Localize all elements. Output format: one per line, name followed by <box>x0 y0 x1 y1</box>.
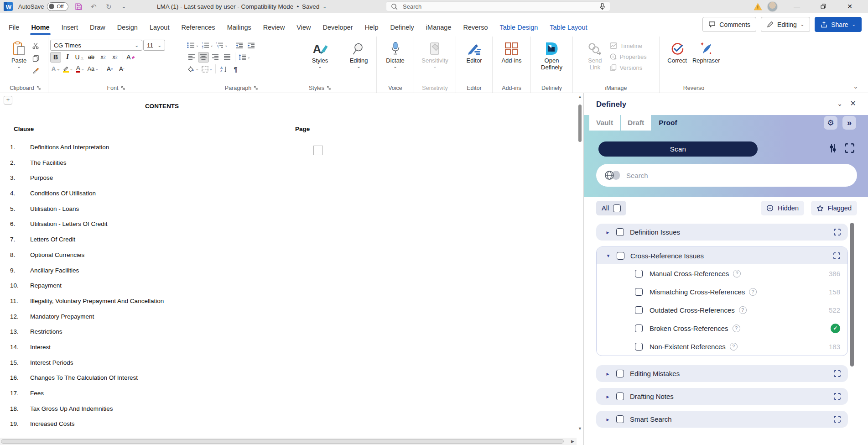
panel-section-header-drafting-notes[interactable]: ▸Drafting Notes <box>596 388 848 405</box>
panel-scroll-thumb[interactable] <box>850 223 854 366</box>
ribbon-tab-mailings[interactable]: Mailings <box>221 19 257 36</box>
strikethrough-button[interactable]: ab <box>86 52 97 63</box>
shading-button[interactable]: ⌄ <box>186 64 200 74</box>
numbering-button[interactable]: 123⌄ <box>201 40 214 51</box>
scroll-down-arrow-icon[interactable]: ▼ <box>577 426 583 431</box>
dictate-button[interactable]: Dictate ⌄ <box>383 38 407 69</box>
section-checkbox[interactable] <box>616 370 624 377</box>
open-definely-button[interactable]: OpenDefinely <box>538 38 565 71</box>
ribbon-tab-table-layout[interactable]: Table Layout <box>544 19 593 36</box>
search-box[interactable] <box>386 1 610 11</box>
warning-icon[interactable] <box>754 3 762 10</box>
ribbon-tab-review[interactable]: Review <box>257 19 291 36</box>
ribbon-tab-design[interactable]: Design <box>111 19 144 36</box>
text-effects-button[interactable]: A⌄ <box>50 64 61 74</box>
panel-subsection-row[interactable]: Mismatching Cross-References?158 <box>597 283 847 301</box>
copy-button[interactable] <box>30 53 41 63</box>
highlight-color-button[interactable]: ⌄ <box>62 64 74 74</box>
panel-section-header-editing-mistakes[interactable]: ▸Editing Mistakes <box>596 365 848 382</box>
scroll-up-arrow-icon[interactable]: ▲ <box>577 94 583 99</box>
expand-section-icon[interactable] <box>834 393 841 400</box>
subsection-checkbox[interactable] <box>635 270 643 277</box>
scroll-right-arrow-icon[interactable]: ▶ <box>571 439 574 444</box>
document-horizontal-scrollbar[interactable]: ▶ <box>0 438 577 445</box>
help-icon[interactable]: ? <box>749 288 757 296</box>
panel-close-icon[interactable]: ✕ <box>850 99 856 108</box>
paste-button[interactable]: Paste ⌄ <box>9 38 29 69</box>
disclosure-right-triangle-icon[interactable]: ▸ <box>605 416 610 423</box>
help-icon[interactable]: ? <box>733 325 740 332</box>
panel-subsection-row[interactable]: Manual Cross-References?386 <box>597 264 847 283</box>
styles-button[interactable]: A Styles ⌄ <box>309 38 331 69</box>
correct-button[interactable]: Correct <box>665 38 690 64</box>
help-icon[interactable]: ? <box>739 306 747 314</box>
disclosure-right-triangle-icon[interactable]: ▸ <box>605 393 610 400</box>
ribbon-tab-draw[interactable]: Draw <box>84 19 111 36</box>
increase-indent-button[interactable] <box>245 40 256 51</box>
expand-section-icon[interactable] <box>834 416 841 423</box>
panel-subsection-row[interactable]: Non-Existent References?183 <box>597 337 847 356</box>
cut-button[interactable] <box>30 41 41 51</box>
font-name-combo[interactable]: CG Times⌄ <box>50 40 142 51</box>
scan-button[interactable]: Scan <box>598 141 758 157</box>
share-button[interactable]: Share ⌄ <box>815 17 862 32</box>
italic-button[interactable]: I <box>62 52 73 63</box>
filter-hidden-chip[interactable]: Hidden <box>761 201 804 215</box>
panel-section-header-cross-reference-issues[interactable]: ▾Cross-Reference Issues <box>597 247 847 264</box>
ribbon-tab-view[interactable]: View <box>291 19 317 36</box>
dialog-launcher-icon[interactable] <box>327 86 331 90</box>
redo-button[interactable]: ↻ <box>104 1 114 11</box>
filter-sliders-icon[interactable] <box>828 143 837 153</box>
superscript-button[interactable]: x2 <box>109 52 120 63</box>
expand-section-icon[interactable] <box>833 252 840 259</box>
panel-tab-proof[interactable]: Proof <box>652 115 684 131</box>
filter-all-chip[interactable]: All <box>596 201 626 215</box>
section-checkbox[interactable] <box>616 415 624 423</box>
document-vertical-scrollbar[interactable]: ▲ ▼ <box>577 93 583 438</box>
disclosure-right-triangle-icon[interactable]: ▸ <box>605 371 610 377</box>
minimize-button[interactable]: ― <box>784 0 810 13</box>
rephraser-button[interactable]: Rephraser <box>690 38 723 64</box>
borders-button[interactable]: ⌄ <box>201 64 213 74</box>
document-title[interactable]: LMA (1) - Last saved by user - Compatibi… <box>157 0 327 13</box>
section-checkbox[interactable] <box>616 228 624 236</box>
autosave-control[interactable]: AutoSave Off <box>18 2 68 11</box>
ribbon-tab-reverso[interactable]: Reverso <box>457 19 494 36</box>
expand-section-icon[interactable] <box>834 370 841 377</box>
multilevel-list-button[interactable]: 1ai⌄ <box>215 40 229 51</box>
ribbon-tab-developer[interactable]: Developer <box>317 19 359 36</box>
subscript-button[interactable]: x2 <box>98 52 109 63</box>
shrink-font-button[interactable]: Aˇ <box>116 64 127 74</box>
vertical-scroll-thumb[interactable] <box>578 105 582 142</box>
expand-section-icon[interactable] <box>834 229 841 236</box>
panel-section-header-smart-search[interactable]: ▸Smart Search <box>596 411 848 428</box>
addins-button[interactable]: Add-ins ⌄ <box>499 38 524 69</box>
close-button[interactable]: ✕ <box>837 0 863 13</box>
change-case-button[interactable]: Aa⌄ <box>87 64 99 74</box>
align-left-button[interactable] <box>186 52 197 63</box>
fullscreen-expand-icon[interactable] <box>845 143 854 153</box>
subsection-checkbox[interactable] <box>635 343 643 351</box>
dialog-launcher-icon[interactable] <box>121 86 125 90</box>
line-spacing-button[interactable]: ⌄ <box>238 52 251 63</box>
font-color-button[interactable]: A⌄ <box>75 64 86 74</box>
horizontal-scroll-thumb[interactable] <box>1 439 564 444</box>
double-chevron-icon[interactable]: » <box>842 116 856 130</box>
globe-toggle-icon[interactable] <box>604 170 620 180</box>
subsection-checkbox[interactable] <box>635 325 643 332</box>
panel-subsection-row[interactable]: Outdated Cross-References?522 <box>597 301 847 319</box>
ribbon-tab-help[interactable]: Help <box>359 19 385 36</box>
filter-flagged-chip[interactable]: Flagged <box>811 201 857 215</box>
underline-button[interactable]: U⌄ <box>74 52 85 63</box>
ribbon-tab-insert[interactable]: Insert <box>56 19 84 36</box>
section-checkbox[interactable] <box>617 252 624 260</box>
select-all-checkbox[interactable] <box>613 204 621 212</box>
clear-formatting-button[interactable]: A <box>125 52 136 63</box>
subsection-checkbox[interactable] <box>635 288 643 296</box>
editor-button[interactable]: Editor ⌄ <box>464 38 485 69</box>
document-canvas[interactable]: + CONTENTS Clause Page 1.Definitions And… <box>0 93 577 438</box>
ribbon-tab-definely[interactable]: Definely <box>384 19 420 36</box>
restore-button[interactable] <box>810 0 837 13</box>
collapse-ribbon-button[interactable]: ⌄ <box>851 82 861 90</box>
section-checkbox[interactable] <box>616 393 624 400</box>
